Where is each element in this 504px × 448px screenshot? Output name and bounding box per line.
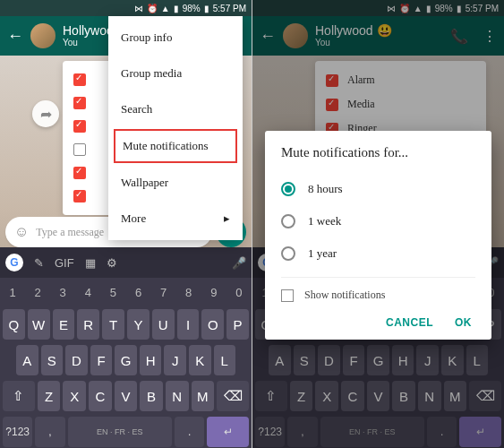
key[interactable]: N: [166, 381, 189, 411]
key[interactable]: L: [214, 345, 236, 375]
alarm-icon: ⏰: [147, 4, 158, 13]
checkbox-icon: [281, 289, 294, 302]
key[interactable]: U: [152, 309, 175, 340]
key[interactable]: 0: [226, 278, 252, 306]
radio-icon: [281, 182, 295, 196]
battery-pct: 98%: [183, 4, 201, 13]
menu-search[interactable]: Search: [108, 91, 243, 127]
kb-mic-icon[interactable]: 🎤: [232, 256, 246, 270]
overflow-menu: Group info Group media Search Mute notif…: [108, 16, 243, 240]
kb-settings-icon[interactable]: ⚙: [107, 256, 117, 270]
dialog-title: Mute notifications for...: [281, 145, 475, 160]
key[interactable]: T: [102, 309, 124, 340]
status-bar: ⋈ ⏰ ▲ ▮ 98% ▮ 5:57 PM: [0, 0, 252, 16]
kb-clipboard-icon[interactable]: ▦: [85, 256, 96, 270]
kb-row1: QWERTYUIOP: [0, 306, 252, 342]
symbols-key[interactable]: ?123: [3, 417, 32, 447]
key[interactable]: K: [189, 345, 211, 375]
kb-row2: ASDFGHJKL: [0, 342, 252, 378]
checkbox-icon: [73, 120, 86, 133]
key[interactable]: 5: [100, 278, 125, 306]
clock: 5:57 PM: [213, 4, 246, 13]
menu-group-media[interactable]: Group media: [108, 56, 243, 91]
checkbox-icon: [73, 73, 86, 86]
period-key[interactable]: .: [175, 417, 204, 447]
checkbox-icon: [73, 167, 86, 179]
kb-num-row: 1234567890: [0, 278, 252, 306]
radio-icon: [281, 246, 295, 261]
key[interactable]: S: [41, 345, 64, 375]
shift-key[interactable]: ⇧: [3, 381, 35, 411]
key[interactable]: P: [226, 309, 249, 340]
radio-1year[interactable]: 1 year: [281, 237, 475, 270]
screen-left: ⋈ ⏰ ▲ ▮ 98% ▮ 5:57 PM ← Hollywood😃 You ➦…: [0, 0, 252, 448]
key[interactable]: I: [177, 309, 200, 340]
screen-right: ⋈ ⏰ ▲ ▮ 98% ▮ 5:57 PM ← Hollywood😃 You 📞…: [252, 0, 504, 448]
ok-button[interactable]: OK: [455, 316, 472, 329]
key[interactable]: 3: [50, 278, 75, 306]
key[interactable]: 2: [25, 278, 50, 306]
key[interactable]: 7: [151, 278, 176, 306]
key[interactable]: F: [90, 345, 113, 375]
comma-key[interactable]: ,: [35, 417, 64, 447]
wifi-icon: ▲: [161, 4, 170, 13]
emoji-icon[interactable]: ☺: [14, 224, 29, 240]
key[interactable]: 6: [125, 278, 150, 306]
radio-8hours[interactable]: 8 hours: [281, 173, 475, 205]
kb-bottom: ?123 , EN · FR · ES . ↵: [0, 414, 252, 448]
menu-more[interactable]: More▸: [108, 201, 243, 237]
avatar[interactable]: [30, 23, 56, 48]
battery-icon: ▮: [204, 4, 209, 13]
space-key[interactable]: EN · FR · ES: [68, 417, 173, 447]
key[interactable]: W: [28, 309, 50, 340]
key[interactable]: H: [140, 345, 162, 375]
radio-icon: [281, 214, 295, 228]
back-button[interactable]: ←: [7, 27, 23, 46]
nfc-icon: ⋈: [134, 4, 143, 13]
key[interactable]: C: [89, 381, 112, 411]
key[interactable]: O: [201, 309, 224, 340]
menu-wallpaper[interactable]: Wallpaper: [108, 165, 243, 201]
kb-handwrite-icon[interactable]: ✎: [34, 256, 44, 270]
forward-fab[interactable]: ➦: [32, 100, 59, 127]
key[interactable]: G: [115, 345, 137, 375]
key[interactable]: 4: [75, 278, 100, 306]
key[interactable]: M: [192, 381, 215, 411]
key[interactable]: J: [164, 345, 186, 375]
key[interactable]: V: [115, 381, 138, 411]
kb-row3: ⇧ ZXCVBNM ⌫: [0, 378, 252, 414]
backspace-key[interactable]: ⌫: [217, 381, 249, 411]
keyboard: G ✎ GIF ▦ ⚙ 🎤 1234567890 QWERTYUIOP ASDF…: [0, 247, 252, 448]
key[interactable]: B: [140, 381, 163, 411]
checkbox-icon: [73, 97, 86, 109]
enter-key[interactable]: ↵: [207, 417, 249, 447]
key[interactable]: R: [77, 309, 99, 340]
key[interactable]: D: [65, 345, 88, 375]
menu-group-info[interactable]: Group info: [108, 20, 243, 56]
key[interactable]: 8: [176, 278, 201, 306]
checkbox-icon: [73, 143, 86, 156]
key[interactable]: E: [53, 309, 75, 340]
menu-mute-notifications[interactable]: Mute notifications: [114, 129, 237, 163]
key[interactable]: 1: [0, 278, 25, 306]
key[interactable]: Z: [38, 381, 61, 411]
key[interactable]: Y: [127, 309, 149, 340]
chevron-right-icon: ▸: [224, 211, 230, 226]
mute-dialog: Mute notifications for... 8 hours 1 week…: [265, 131, 491, 340]
google-icon[interactable]: G: [5, 254, 23, 271]
key[interactable]: Q: [3, 309, 25, 340]
kb-gif[interactable]: GIF: [55, 256, 74, 270]
cancel-button[interactable]: CANCEL: [386, 316, 433, 329]
key[interactable]: X: [63, 381, 86, 411]
radio-1week[interactable]: 1 week: [281, 205, 475, 237]
show-notifications-checkbox[interactable]: Show notifications: [281, 277, 475, 309]
signal-icon: ▮: [174, 4, 179, 13]
key[interactable]: 9: [201, 278, 226, 306]
key[interactable]: A: [16, 345, 38, 375]
checkbox-icon: [73, 190, 86, 202]
